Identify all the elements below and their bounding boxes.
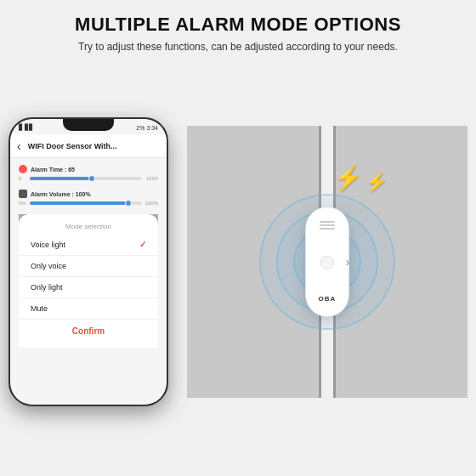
alarm-volume-label: Alarm Volume : 100%: [31, 191, 91, 197]
device-section: ⚡ ⚡ OBA ›: [187, 126, 468, 398]
lightning-bolt-1: ⚡: [333, 167, 363, 194]
modal-overlay: Mode selection Voice light ✓ Only voice …: [19, 214, 158, 348]
phone-device: ▊ ▊▊ 2% 3:34 ‹ WIFI Door Sensor With...: [8, 117, 168, 406]
header-section: MULTIPLE ALARM MODE OPTIONS Try to adjus…: [0, 0, 476, 58]
option-voice-light-label: Voice light: [31, 241, 65, 249]
voice-light-check: ✓: [139, 240, 146, 249]
phone-nav-bar: [10, 405, 167, 406]
option-only-voice-label: Only voice: [31, 262, 66, 270]
phone-wrapper: ▊ ▊▊ 2% 3:34 ‹ WIFI Door Sensor With...: [8, 117, 178, 406]
confirm-button[interactable]: Confirm: [19, 320, 158, 343]
option-only-light-label: Only light: [31, 283, 63, 292]
status-icons-left: ▊ ▊▊: [19, 124, 33, 131]
battery-percent: 2%: [136, 125, 144, 131]
alarm-time-control: Alarm Time : 65 0 100S: [19, 165, 158, 181]
modal-sheet: Mode selection Voice light ✓ Only voice …: [19, 214, 158, 348]
grille-line-3: [320, 228, 335, 230]
sensor-button: [320, 256, 334, 269]
page-container: MULTIPLE ALARM MODE OPTIONS Try to adjus…: [0, 0, 476, 476]
modal-title: Mode selection: [19, 223, 158, 230]
alarm-volume-thumb[interactable]: [125, 200, 132, 207]
page-title: MULTIPLE ALARM MODE OPTIONS: [17, 14, 459, 36]
option-mute-label: Mute: [31, 304, 48, 313]
alarm-volume-min: 0%: [19, 201, 27, 206]
alarm-volume-fill: [30, 201, 128, 205]
alarm-time-slider[interactable]: 0 100S: [19, 176, 158, 181]
sliders-area: Alarm Time : 65 0 100S: [10, 158, 167, 405]
sensor-device: OBA: [305, 207, 349, 317]
modal-option-only-voice[interactable]: Only voice: [19, 256, 158, 277]
phone-screen: ▊ ▊▊ 2% 3:34 ‹ WIFI Door Sensor With...: [10, 119, 167, 405]
lightning-container: ⚡ ⚡: [333, 167, 388, 194]
alarm-volume-control: Alarm Volume : 100% 0% 100%: [19, 190, 158, 206]
clock-time: 3:34: [146, 125, 158, 131]
lightning-bolt-2: ⚡: [365, 172, 388, 194]
app-title: WIFI Door Sensor With...: [28, 142, 117, 150]
alarm-time-min: 0: [19, 176, 27, 181]
door-gap-arrow: ›: [346, 255, 350, 269]
grille-line-2: [320, 224, 335, 226]
modal-option-only-light[interactable]: Only light: [19, 277, 158, 298]
status-icons-right: 2% 3:34: [136, 125, 158, 131]
back-arrow-icon[interactable]: ‹: [17, 139, 21, 153]
alarm-time-icon: [19, 165, 27, 173]
app-bar: ‹ WIFI Door Sensor With...: [10, 134, 167, 158]
alarm-volume-icon: [19, 190, 27, 198]
wifi-icon: ▊: [19, 124, 23, 131]
alarm-volume-slider[interactable]: 0% 100%: [19, 201, 158, 206]
sensor-grille: [320, 221, 335, 230]
alarm-time-label-row: Alarm Time : 65: [19, 165, 158, 173]
grille-line-1: [320, 221, 335, 223]
alarm-time-track[interactable]: [30, 177, 142, 180]
content-area: ▊ ▊▊ 2% 3:34 ‹ WIFI Door Sensor With...: [0, 58, 476, 476]
alarm-time-max: 100S: [144, 176, 158, 181]
sensor-brand-label: OBA: [319, 295, 337, 303]
page-subtitle: Try to adjust these functions, can be ad…: [17, 41, 459, 53]
modal-option-voice-light[interactable]: Voice light ✓: [19, 234, 158, 256]
alarm-volume-label-row: Alarm Volume : 100%: [19, 190, 158, 198]
alarm-volume-max: 100%: [144, 201, 158, 206]
alarm-volume-track[interactable]: [30, 201, 142, 205]
alarm-time-fill: [30, 177, 92, 180]
signal-bars: ▊▊: [25, 124, 33, 131]
phone-notch: [63, 119, 114, 131]
alarm-time-label: Alarm Time : 65: [31, 167, 75, 173]
modal-option-mute[interactable]: Mute: [19, 298, 158, 320]
alarm-time-thumb[interactable]: [88, 175, 95, 182]
